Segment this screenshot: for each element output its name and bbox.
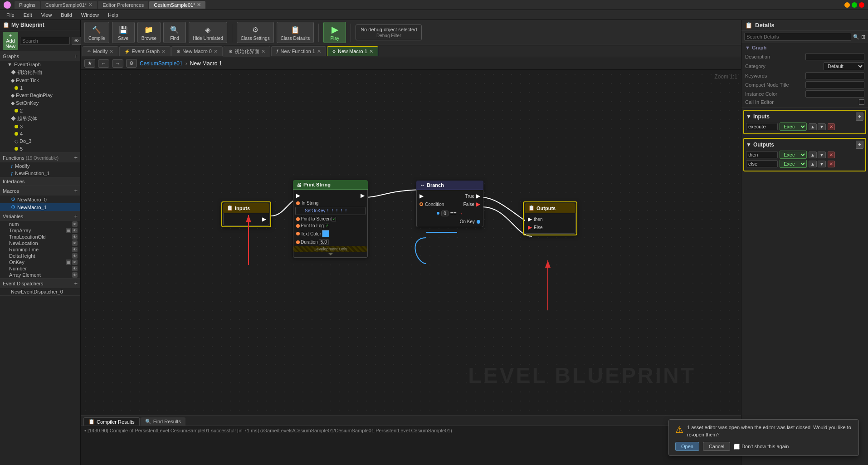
tab-new-function[interactable]: ƒ New Function 1 ✕	[271, 46, 326, 56]
macros-add-icon[interactable]: +	[74, 187, 78, 194]
inputs-node[interactable]: 📋 Inputs ▶	[221, 201, 271, 227]
output-then-up[interactable]: ▲	[809, 152, 817, 158]
close-icon[interactable]: ✕	[161, 49, 166, 54]
input-up-button[interactable]: ▲	[809, 123, 817, 130]
tree-do3[interactable]: ◇ Do_3	[0, 137, 80, 145]
instance-color-input[interactable]	[805, 90, 864, 98]
hide-unrelated-button[interactable]: ◈ Hide Unrelated	[189, 22, 227, 43]
close-icon[interactable]: ✕	[109, 49, 113, 54]
output-else-delete[interactable]: ✕	[828, 161, 835, 167]
tree-5[interactable]: 5	[0, 145, 80, 152]
output-else-down[interactable]: ▼	[818, 161, 826, 167]
outputs-node[interactable]: 📋 Outputs ▶ then	[523, 201, 577, 235]
menu-view[interactable]: View	[37, 11, 57, 19]
variables-header[interactable]: Variables +	[0, 211, 80, 221]
var-onkey[interactable]: OnKey ▦ 👁	[0, 259, 80, 265]
branch-node[interactable]: ↔ Branch ▶ True ▶	[416, 181, 483, 227]
outputs-add-button[interactable]: +	[856, 141, 863, 149]
functions-add-icon[interactable]: +	[74, 154, 78, 161]
tree-modify[interactable]: ƒ Modify	[0, 162, 80, 170]
tree-new-function[interactable]: ƒ NewFunction_1	[0, 170, 80, 177]
call-in-editor-checkbox[interactable]	[859, 99, 864, 105]
keywords-input[interactable]	[805, 72, 864, 79]
tab-new-macro-1[interactable]: ⚙ New Macro 1 ✕	[327, 46, 378, 56]
details-search-input[interactable]	[744, 33, 851, 41]
debug-filter[interactable]: No debug object selected Debug Filter	[356, 24, 422, 40]
input-down-button[interactable]: ▼	[818, 123, 826, 130]
text-color-swatch[interactable]	[322, 230, 329, 237]
notif-dont-show-checkbox[interactable]: Don't show this again	[734, 444, 789, 450]
notif-open-button[interactable]: Open	[675, 442, 699, 451]
tab-find-results[interactable]: 🔍 Find Results	[141, 417, 185, 426]
tab-event-graph[interactable]: ⚡ Event Graph ✕	[119, 46, 171, 56]
interfaces-header[interactable]: Interfaces	[0, 177, 80, 186]
inputs-add-button[interactable]: +	[856, 113, 863, 121]
var-tmparray[interactable]: TmpArray ▦ 👁	[0, 227, 80, 234]
eye-button[interactable]: 👁	[72, 37, 81, 45]
dispatchers-add-icon[interactable]: +	[74, 280, 78, 287]
menu-edit[interactable]: Edit	[19, 11, 37, 19]
print-string-node[interactable]: 🖨 Print String ▶ ▶	[293, 180, 368, 258]
close-icon[interactable]: ✕	[317, 49, 321, 54]
notif-cancel-button[interactable]: Cancel	[703, 442, 730, 451]
tree-setonkey[interactable]: ◆ SetOnKey	[0, 99, 80, 107]
add-new-button[interactable]: + Add New	[3, 32, 18, 50]
close-icon[interactable]: ✕	[214, 49, 218, 54]
class-defaults-button[interactable]: 📋 Class Defaults	[277, 22, 314, 43]
tree-dispatcher-0[interactable]: NewEventDispatcher_0	[0, 288, 80, 295]
menu-help[interactable]: Help	[103, 11, 123, 19]
tree-event-graph[interactable]: ▼ EventGraph	[0, 61, 80, 68]
description-input[interactable]	[805, 53, 864, 60]
tree-begin-play[interactable]: ◆ Event BeginPlay	[0, 92, 80, 99]
var-runningtime[interactable]: RunningTime 👁	[0, 246, 80, 253]
back-button[interactable]: ←	[98, 59, 109, 68]
variables-add-icon[interactable]: +	[74, 213, 78, 220]
tree-1[interactable]: 1	[0, 84, 80, 92]
find-button[interactable]: 🔍 Find	[163, 22, 186, 43]
close-icon[interactable]: ✕	[197, 2, 201, 8]
tab-init-ui[interactable]: ⚙ 初始化界面 ✕	[224, 46, 270, 57]
search-input[interactable]	[20, 37, 70, 45]
output-else-up[interactable]: ▲	[809, 161, 817, 167]
menu-window[interactable]: Window	[77, 11, 103, 19]
tree-lift[interactable]: ◆ 起吊实体	[0, 114, 80, 123]
functions-header[interactable]: Functions (19 Overridable) +	[0, 153, 80, 162]
category-select[interactable]: Default	[824, 62, 864, 70]
minimize-button[interactable]	[844, 2, 850, 8]
forward-button[interactable]: →	[112, 59, 123, 68]
tree-4[interactable]: 4	[0, 130, 80, 137]
tree-3[interactable]: 3	[0, 123, 80, 130]
tree-macro-1[interactable]: ⚙ NewMacro_1	[0, 203, 80, 211]
title-tab-cesium1[interactable]: CesiumSample01* ✕	[41, 1, 97, 9]
duration-value[interactable]: 5.0	[319, 239, 329, 245]
output-then-name[interactable]	[746, 151, 778, 158]
graphs-add-icon[interactable]: +	[74, 53, 78, 59]
var-newlocation[interactable]: NewLocation 👁	[0, 240, 80, 246]
star-button[interactable]: ★	[84, 59, 95, 68]
tree-init-ui[interactable]: ◆ 初始化界面	[0, 68, 80, 77]
tree-2[interactable]: 2	[0, 107, 80, 114]
input-delete-button[interactable]: ✕	[828, 123, 835, 130]
menu-file[interactable]: File	[2, 11, 19, 19]
tab-modify[interactable]: ✏ Modify ✕	[83, 46, 118, 56]
var-num[interactable]: num 👁	[0, 221, 80, 227]
tree-event-tick[interactable]: ◆ Event Tick	[0, 77, 80, 84]
tab-compiler-results[interactable]: 📋 Compiler Results	[83, 417, 140, 426]
var-number[interactable]: Number 👁	[0, 265, 80, 272]
menu-build[interactable]: Build	[56, 11, 76, 19]
compact-node-title-input[interactable]	[805, 81, 864, 88]
class-settings-button[interactable]: ⚙ Class Settings	[237, 22, 274, 43]
play-button[interactable]: ▶ Play	[323, 22, 346, 43]
title-tab-cesium2[interactable]: CesiumSample01* ✕	[149, 1, 205, 9]
var-deltaheight[interactable]: DeltaHeight 👁	[0, 253, 80, 259]
input-execute-type[interactable]: Exec	[780, 122, 807, 131]
tab-new-macro-0[interactable]: ⚙ New Macro 0 ✕	[171, 46, 223, 56]
close-icon[interactable]: ✕	[369, 49, 373, 54]
tree-macro-0[interactable]: ⚙ NewMacro_0	[0, 196, 80, 203]
browse-button[interactable]: 📁 Browse	[137, 22, 161, 43]
event-dispatchers-header[interactable]: Event Dispatchers +	[0, 279, 80, 288]
output-then-type[interactable]: Exec	[780, 151, 807, 159]
title-tab-editor-prefs[interactable]: Editor Preferences	[98, 1, 148, 9]
output-else-type[interactable]: Exec	[780, 160, 807, 168]
save-button[interactable]: 💾 Save	[112, 22, 135, 43]
